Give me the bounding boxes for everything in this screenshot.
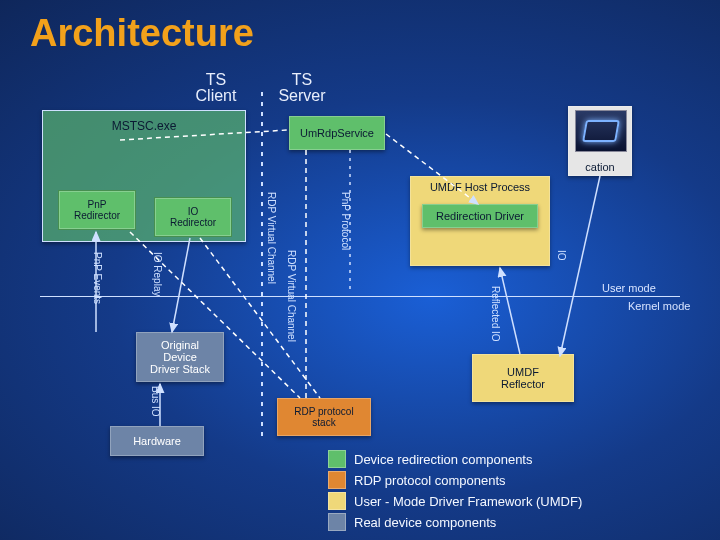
umrdpservice-box: UmRdpService: [289, 116, 385, 150]
io-redirector-box: IO Redirector: [154, 197, 232, 237]
application-label: cation: [585, 161, 614, 173]
application-icon: [575, 110, 627, 152]
pnp-redirector-label: PnP Redirector: [74, 199, 120, 221]
svg-line-2: [172, 238, 190, 332]
legend-text: RDP protocol components: [354, 473, 506, 488]
legend-text: Real device components: [354, 515, 496, 530]
svg-line-11: [560, 176, 600, 356]
io-redirector-label: IO Redirector: [170, 206, 216, 228]
rdp-protocol-stack-box: RDP protocol stack: [277, 398, 371, 436]
legend-row: User - Mode Driver Framework (UMDF): [328, 492, 582, 510]
legend-swatch: [328, 492, 346, 510]
umdf-host-label: UMDF Host Process: [430, 181, 530, 193]
orig-driver-stack-box: Original Device Driver Stack: [136, 332, 224, 382]
legend-swatch: [328, 450, 346, 468]
hardware-label: Hardware: [133, 435, 181, 447]
legend-text: Device redirection components: [354, 452, 532, 467]
hardware-box: Hardware: [110, 426, 204, 456]
arrow-rdpvc1-label: RDP Virtual Channel: [266, 192, 277, 284]
col-ts-server: TS Server: [272, 72, 332, 104]
svg-line-10: [500, 268, 520, 354]
page-title: Architecture: [30, 12, 254, 55]
redirection-driver-label: Redirection Driver: [436, 210, 524, 222]
rdp-protocol-stack-label: RDP protocol stack: [294, 406, 353, 428]
umdf-reflector-label: UMDF Reflector: [501, 366, 545, 390]
arrow-appio-label: IO: [556, 250, 567, 261]
umrdpservice-label: UmRdpService: [300, 127, 374, 139]
arrow-io-replay-label: IO Replay: [152, 252, 163, 296]
legend-row: Real device components: [328, 513, 582, 531]
arrow-pnp-proto-label: PnP Protocol: [340, 192, 351, 250]
architecture-diagram: Architecture TS Client TS Server MSTSC.e…: [0, 0, 720, 540]
legend-swatch: [328, 513, 346, 531]
pnp-redirector-box: PnP Redirector: [58, 190, 136, 230]
legend-row: Device redirection components: [328, 450, 582, 468]
redirection-driver-box: Redirection Driver: [422, 204, 538, 228]
arrow-bus-io-label: Bus IO: [150, 386, 161, 417]
legend: Device redirection components RDP protoc…: [328, 450, 582, 534]
kernel-mode-label: Kernel mode: [628, 300, 690, 312]
arrow-reflected-label: Reflected IO: [490, 286, 501, 342]
legend-text: User - Mode Driver Framework (UMDF): [354, 494, 582, 509]
col-ts-client: TS Client: [186, 72, 246, 104]
orig-driver-stack-label: Original Device Driver Stack: [150, 339, 210, 375]
user-mode-label: User mode: [602, 282, 656, 294]
mstsc-label: MSTSC.exe: [112, 119, 177, 133]
legend-row: RDP protocol components: [328, 471, 582, 489]
legend-swatch: [328, 471, 346, 489]
mode-separator: [40, 296, 680, 297]
umdf-reflector-box: UMDF Reflector: [472, 354, 574, 402]
